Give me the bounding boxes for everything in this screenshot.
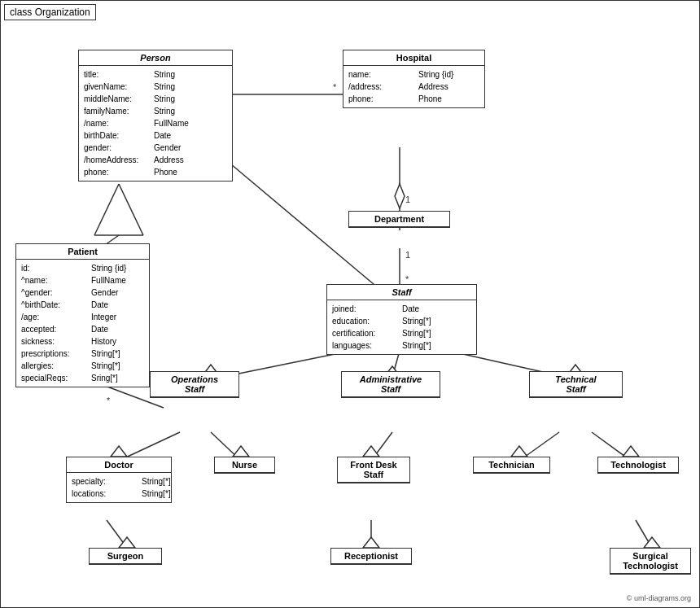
tech-staff-title: TechnicalStaff [530,372,622,397]
doctor-class: Doctor specialty:String[*] locations:Str… [66,457,172,503]
svg-line-3 [94,184,119,235]
technician-title: Technician [474,457,549,473]
svg-text:*: * [333,82,337,92]
technologist-title: Technologist [598,457,678,473]
svg-text:1: 1 [405,250,410,260]
hospital-class: Hospital name:String {id} /address:Addre… [343,50,485,108]
surgeon-title: Surgeon [90,549,161,564]
staff-body: joined:Date education:String[*] certific… [327,300,476,354]
person-body: title:String givenName:String middleName… [79,66,232,181]
tech-staff-class: TechnicalStaff [529,371,623,398]
ops-staff-title: OperationsStaff [151,372,238,397]
staff-title: Staff [327,285,476,300]
svg-line-39 [636,520,652,548]
hospital-body: name:String {id} /address:Address phone:… [343,66,484,107]
svg-marker-28 [233,446,249,457]
front-desk-title: Front DeskStaff [338,457,409,483]
svg-marker-40 [644,537,660,548]
svg-marker-30 [363,446,379,457]
nurse-class: Nurse [214,457,275,474]
ops-staff-class: OperationsStaff [150,371,239,398]
patient-class: Patient id:String {id} ^name:FullName ^g… [15,243,150,387]
admin-staff-class: AdministrativeStaff [341,371,440,398]
receptionist-class: Receptionist [330,548,412,565]
svg-marker-26 [111,446,127,457]
svg-text:*: * [107,396,111,405]
department-title: Department [349,212,449,227]
technician-class: Technician [473,457,550,474]
diagram-title: class Organization [4,4,96,20]
patient-body: id:String {id} ^name:FullName ^gender:Ge… [16,260,149,387]
receptionist-title: Receptionist [331,549,411,564]
department-class: Department [348,211,450,228]
doctor-body: specialty:String[*] locations:String[*] [67,473,171,502]
svg-marker-38 [363,537,379,548]
patient-title: Patient [16,244,149,260]
surgeon-class: Surgeon [89,548,162,565]
person-title: Person [79,50,232,66]
doctor-title: Doctor [67,457,171,473]
svg-text:1: 1 [405,195,410,204]
svg-line-35 [107,520,127,548]
svg-marker-36 [119,537,135,548]
staff-class: Staff joined:Date education:String[*] ce… [326,284,477,355]
front-desk-class: Front DeskStaff [337,457,410,483]
svg-marker-32 [511,446,527,457]
svg-text:*: * [405,274,409,284]
technologist-class: Technologist [597,457,679,474]
svg-marker-34 [623,446,639,457]
hospital-title: Hospital [343,50,484,66]
copyright: © uml-diagrams.org [627,594,691,602]
person-class: Person title:String givenName:String mid… [78,50,233,182]
surgical-tech-title: SurgicalTechnologist [610,549,690,574]
svg-marker-10 [395,184,405,208]
diagram-container: class Organization * * 1 * 1 * [0,0,700,608]
svg-line-4 [119,184,143,235]
surgical-tech-class: SurgicalTechnologist [610,548,691,575]
admin-staff-title: AdministrativeStaff [342,372,440,397]
nurse-title: Nurse [215,457,274,473]
